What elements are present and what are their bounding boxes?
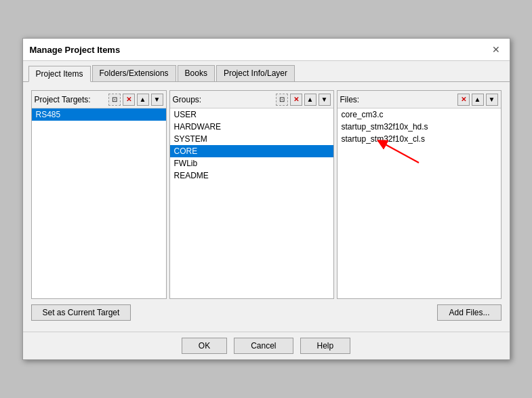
- groups-panel: Groups: ⊡ ✕ ▲ ▼ USER HARDW: [169, 90, 334, 299]
- files-down-btn[interactable]: ▼: [486, 94, 498, 106]
- list-item[interactable]: HARDWARE: [170, 121, 333, 133]
- cancel-button[interactable]: Cancel: [234, 338, 293, 354]
- list-item[interactable]: SYSTEM: [170, 133, 333, 145]
- ok-button[interactable]: OK: [182, 338, 227, 354]
- targets-panel-header: Project Targets: ⊡ ✕ ▲ ▼: [32, 91, 166, 108]
- groups-panel-header: Groups: ⊡ ✕ ▲ ▼: [170, 91, 333, 108]
- groups-add-icon: ⊡: [279, 96, 285, 103]
- targets-up-icon: ▲: [140, 96, 146, 103]
- tab-books[interactable]: Books: [178, 65, 215, 81]
- list-item[interactable]: core_cm3.c: [337, 108, 501, 121]
- footer: OK Cancel Help: [23, 332, 510, 359]
- groups-list: USER HARDWARE SYSTEM CORE FWLib README: [170, 108, 333, 298]
- close-button[interactable]: ✕: [489, 44, 503, 55]
- targets-panel-title: Project Targets:: [35, 95, 106, 104]
- tab-project-items[interactable]: Project Items: [28, 66, 91, 82]
- targets-up-btn[interactable]: ▲: [137, 94, 149, 106]
- targets-down-icon: ▼: [154, 96, 161, 103]
- list-item[interactable]: USER: [170, 108, 333, 121]
- files-panel-title: Files:: [340, 95, 455, 104]
- targets-list: RS485: [32, 108, 166, 298]
- groups-down-btn[interactable]: ▼: [319, 94, 331, 106]
- targets-add-icon: ⊡: [112, 96, 117, 103]
- right-actions: Add Files...: [437, 304, 501, 321]
- groups-up-btn[interactable]: ▲: [304, 94, 316, 106]
- targets-add-btn[interactable]: ⊡: [108, 94, 121, 106]
- groups-down-icon: ▼: [321, 96, 328, 103]
- list-item[interactable]: README: [170, 170, 333, 182]
- tab-folders-extensions[interactable]: Folders/Extensions: [92, 65, 176, 81]
- groups-up-icon: ▲: [307, 96, 314, 103]
- help-button[interactable]: Help: [300, 338, 351, 354]
- files-panel-header: Files: ✕ ▲ ▼: [337, 91, 501, 108]
- list-item[interactable]: startup_stm32f10x_cl.s: [337, 133, 501, 145]
- groups-panel-title: Groups:: [173, 95, 274, 104]
- list-item[interactable]: RS485: [32, 108, 166, 121]
- files-del-icon: ✕: [461, 96, 466, 103]
- files-del-btn[interactable]: ✕: [457, 94, 470, 106]
- left-actions: Set as Current Target: [31, 304, 131, 321]
- files-panel: Files: ✕ ▲ ▼ core_cm3.c startup_stm32f10…: [337, 90, 502, 299]
- files-up-icon: ▲: [474, 96, 481, 103]
- title-bar: Manage Project Items ✕: [23, 39, 510, 61]
- targets-panel: Project Targets: ⊡ ✕ ▲ ▼ RS485: [31, 90, 167, 299]
- files-up-btn[interactable]: ▲: [472, 94, 484, 106]
- list-item[interactable]: CORE: [170, 145, 333, 157]
- panels-row: Project Targets: ⊡ ✕ ▲ ▼ RS485: [31, 90, 502, 299]
- targets-del-icon: ✕: [126, 96, 131, 103]
- files-annotation-area: core_cm3.c startup_stm32f10x_hd.s startu…: [337, 108, 501, 298]
- list-item[interactable]: startup_stm32f10x_hd.s: [337, 121, 501, 133]
- bottom-bar: Set as Current Target Add Files...: [31, 299, 502, 323]
- groups-del-icon: ✕: [293, 96, 299, 103]
- files-down-icon: ▼: [489, 96, 495, 103]
- manage-project-dialog: Manage Project Items ✕ Project Items Fol…: [22, 38, 510, 360]
- main-content: Project Targets: ⊡ ✕ ▲ ▼ RS485: [23, 82, 510, 332]
- targets-del-btn[interactable]: ✕: [123, 94, 135, 106]
- tab-bar: Project Items Folders/Extensions Books P…: [23, 61, 510, 82]
- set-current-target-button[interactable]: Set as Current Target: [31, 304, 131, 321]
- groups-add-btn[interactable]: ⊡: [276, 94, 288, 106]
- list-item[interactable]: FWLib: [170, 157, 333, 170]
- groups-del-btn[interactable]: ✕: [290, 94, 302, 106]
- files-list: core_cm3.c startup_stm32f10x_hd.s startu…: [337, 108, 501, 298]
- tab-project-info-layer[interactable]: Project Info/Layer: [216, 65, 295, 81]
- targets-down-btn[interactable]: ▼: [151, 94, 163, 106]
- dialog-title: Manage Project Items: [30, 45, 121, 55]
- add-files-button[interactable]: Add Files...: [437, 304, 501, 321]
